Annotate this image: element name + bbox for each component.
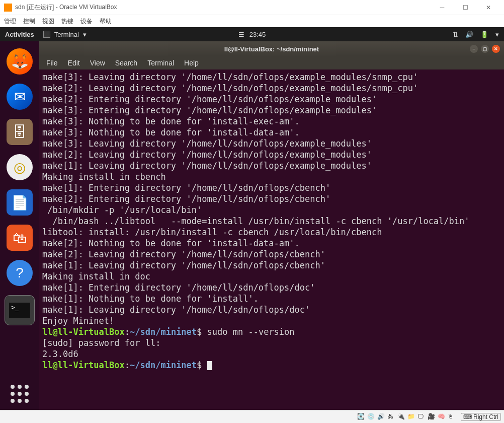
virtualbox-icon	[4, 4, 12, 12]
terminal-icon: >_	[9, 303, 30, 318]
terminal-minimize-button[interactable]: –	[470, 45, 478, 53]
dock-files[interactable]: 🗄	[7, 119, 33, 145]
topbar-app-label: Terminal	[54, 31, 79, 38]
terminal-menu-search[interactable]: Search	[115, 59, 137, 67]
vb-menu-control[interactable]: 控制	[23, 17, 35, 26]
terminal-title: ll@ll-VirtualBox: ~/sdn/mininet	[224, 45, 319, 53]
status-network-icon[interactable]: 🖧	[387, 413, 395, 421]
show-applications-button[interactable]	[11, 385, 29, 403]
battery-icon[interactable]: 🔋	[480, 31, 488, 38]
activities-button[interactable]: Activities	[5, 31, 34, 38]
dock-software[interactable]: 🛍	[7, 225, 33, 251]
status-cpu-icon[interactable]: 🧠	[438, 413, 446, 421]
rhythmbox-icon: ◎	[14, 159, 26, 176]
host-key-label: Right Ctrl	[473, 413, 498, 420]
status-recording-icon[interactable]: 🎥	[428, 413, 436, 421]
terminal-menu-terminal[interactable]: Terminal	[147, 59, 174, 67]
terminal-menu-view[interactable]: View	[90, 59, 105, 67]
terminal-window: ll@ll-VirtualBox: ~/sdn/mininet – ▢ ✕ Fi…	[39, 41, 504, 410]
virtualbox-statusbar: 💽 💿 🔊 🖧 🔌 📁 🖵 🎥 🧠 🖱 ⌨ Right Ctrl	[0, 410, 504, 423]
help-icon: ?	[16, 265, 24, 281]
minimize-button[interactable]: ─	[431, 0, 454, 15]
clock-text: 23:45	[249, 31, 266, 38]
terminal-cursor	[207, 361, 212, 370]
firefox-icon: 🦊	[11, 53, 29, 70]
vb-menu-hotkeys[interactable]: 热键	[61, 17, 73, 26]
terminal-indicator-icon	[43, 31, 50, 38]
status-shared-folder-icon[interactable]: 📁	[407, 413, 415, 421]
terminal-close-button[interactable]: ✕	[492, 45, 500, 53]
host-key-indicator[interactable]: ⌨ Right Ctrl	[461, 413, 501, 421]
vb-menu-help[interactable]: 帮助	[100, 17, 112, 26]
terminal-maximize-button[interactable]: ▢	[481, 45, 489, 53]
terminal-menu-help[interactable]: Help	[184, 59, 199, 67]
files-icon: 🗄	[13, 124, 27, 140]
ubuntu-dock: 🦊 ✉ 🗄 ◎ 📄 🛍 ? >_	[0, 41, 39, 410]
guest-display: Activities Terminal ▾ ☰ 23:45 ⇅ 🔊 🔋 ▾ 🦊 …	[0, 27, 504, 410]
software-icon: 🛍	[13, 230, 27, 246]
dock-help[interactable]: ?	[7, 260, 33, 286]
virtualbox-menubar: 管理 控制 视图 热键 设备 帮助	[0, 15, 504, 27]
menu-icon: ☰	[238, 31, 244, 38]
status-usb-icon[interactable]: 🔌	[397, 413, 405, 421]
dock-terminal[interactable]: >_	[5, 295, 35, 325]
terminal-menubar: File Edit View Search Terminal Help	[39, 56, 504, 69]
gnome-topbar: Activities Terminal ▾ ☰ 23:45 ⇅ 🔊 🔋 ▾	[0, 27, 504, 41]
topbar-app-indicator[interactable]: Terminal ▾	[43, 31, 87, 38]
virtualbox-title: sdn [正在运行] - Oracle VM VirtualBox	[15, 3, 117, 12]
terminal-titlebar[interactable]: ll@ll-VirtualBox: ~/sdn/mininet – ▢ ✕	[39, 41, 504, 56]
vb-menu-manage[interactable]: 管理	[4, 17, 16, 26]
vb-menu-devices[interactable]: 设备	[80, 17, 93, 26]
status-optical-icon[interactable]: 💿	[367, 413, 375, 421]
terminal-body[interactable]: make[3]: Leaving directory '/home/ll/sdn…	[39, 69, 504, 410]
terminal-menu-file[interactable]: File	[46, 59, 58, 67]
dock-thunderbird[interactable]: ✉	[7, 84, 33, 110]
status-display-icon[interactable]: 🖵	[417, 413, 426, 421]
writer-icon: 📄	[11, 194, 29, 211]
status-hdd-icon[interactable]: 💽	[357, 413, 365, 421]
thunderbird-icon: ✉	[14, 89, 26, 105]
status-audio-icon[interactable]: 🔊	[377, 413, 385, 421]
volume-icon[interactable]: 🔊	[465, 31, 473, 38]
dock-writer[interactable]: 📄	[7, 189, 33, 216]
topbar-clock[interactable]: ☰ 23:45	[238, 31, 266, 38]
dock-firefox[interactable]: 🦊	[7, 48, 33, 75]
status-mouse-icon[interactable]: 🖱	[448, 413, 456, 421]
vb-menu-view[interactable]: 视图	[42, 17, 54, 26]
network-icon[interactable]: ⇅	[453, 31, 458, 38]
chevron-down-icon: ▾	[83, 31, 87, 38]
terminal-menu-edit[interactable]: Edit	[68, 59, 80, 67]
chevron-down-icon[interactable]: ▾	[495, 31, 499, 38]
close-button[interactable]: ✕	[477, 0, 500, 15]
virtualbox-titlebar: sdn [正在运行] - Oracle VM VirtualBox ─ ☐ ✕	[0, 0, 504, 15]
maximize-button[interactable]: ☐	[454, 0, 477, 15]
dock-rhythmbox[interactable]: ◎	[7, 154, 33, 180]
